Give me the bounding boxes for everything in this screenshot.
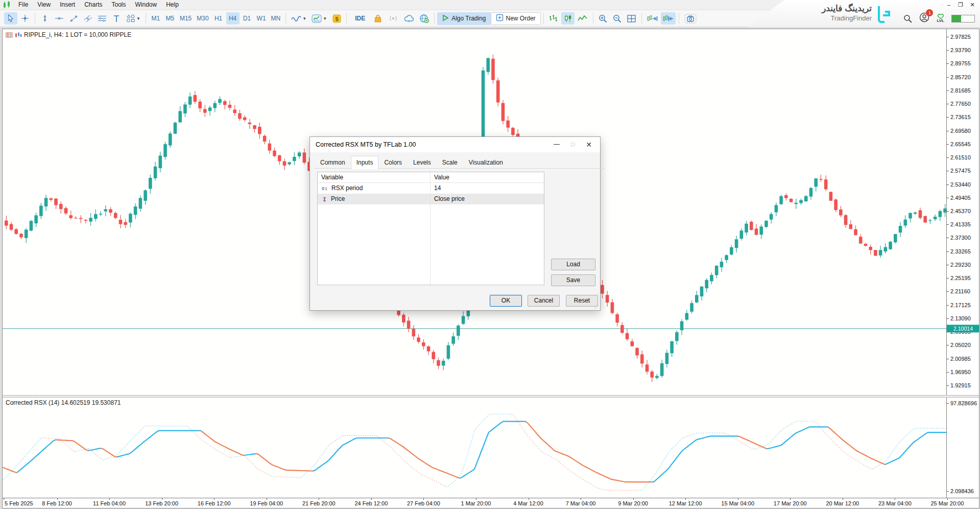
price-axis-label: 2.57475: [950, 168, 971, 174]
price-axis-label: 2.33265: [950, 248, 971, 254]
dropdown-arrow-icon[interactable]: ▼: [302, 16, 306, 21]
cloud-button[interactable]: [402, 12, 416, 25]
zoom-in-button[interactable]: [596, 12, 610, 25]
value-cell[interactable]: 14: [430, 183, 544, 194]
fibonacci-button[interactable]: [95, 12, 109, 25]
tab-visualization[interactable]: Visualization: [463, 156, 509, 169]
cursor-button[interactable]: [4, 12, 17, 25]
chart-shift-icon: [663, 15, 674, 22]
time-tick: [843, 498, 843, 500]
time-tick: [790, 498, 791, 500]
window-minimize-button[interactable]: –: [945, 2, 952, 8]
horizontal-line-button[interactable]: [53, 12, 66, 25]
time-axis[interactable]: 5 Feb 20258 Feb 12:0011 Feb 04:0013 Feb …: [3, 498, 979, 508]
value-cell[interactable]: Close price: [430, 194, 544, 204]
chart-object-button[interactable]: ▼: [309, 12, 329, 25]
zoom-out-button[interactable]: [611, 12, 624, 25]
dropdown-arrow-icon[interactable]: ▼: [323, 16, 327, 21]
tab-colors[interactable]: Colors: [378, 156, 408, 169]
load-button[interactable]: Load: [551, 259, 595, 270]
menu-help[interactable]: Help: [161, 0, 183, 10]
price-axis-label: 2.41335: [950, 221, 971, 227]
new-order-button[interactable]: New Order: [491, 12, 541, 25]
price-axis[interactable]: 2.978252.937902.897552.857202.816852.776…: [946, 29, 979, 395]
indicator-pane[interactable]: Corrected RSX (14) 14.602519 19.530871: [3, 398, 946, 498]
dropdown-arrow-icon[interactable]: ▼: [136, 16, 140, 21]
rsx-indicator-chart[interactable]: [3, 398, 946, 498]
price-tick: [947, 63, 949, 64]
timeframe-m30[interactable]: M30: [195, 12, 210, 25]
signals-button[interactable]: [386, 12, 401, 25]
market-button[interactable]: [371, 12, 385, 25]
screenshot-button[interactable]: [682, 12, 699, 25]
profile-button[interactable]: 1: [919, 12, 929, 25]
mt5-logo-icon: [3, 1, 12, 9]
menu-file[interactable]: File: [14, 0, 33, 10]
time-axis-label: 27 Feb 04:00: [407, 500, 440, 506]
shift-end-button[interactable]: [645, 12, 660, 25]
timeframe-d1[interactable]: D1: [241, 12, 254, 25]
window-restore-button[interactable]: ❐: [957, 2, 964, 8]
save-button[interactable]: Save: [551, 274, 595, 286]
line-chart-button[interactable]: [576, 12, 590, 25]
indicator-list-button[interactable]: ▼: [289, 12, 308, 25]
currency-button[interactable]: $: [330, 12, 343, 25]
price-tick: [947, 144, 949, 145]
dialog-resize-grip[interactable]: ⋰: [594, 304, 599, 309]
timeframe-m5[interactable]: M5: [163, 12, 177, 25]
dialog-close-button[interactable]: ✕: [586, 141, 592, 149]
menu-charts[interactable]: Charts: [80, 0, 107, 10]
trendline-button[interactable]: [67, 12, 80, 25]
timeframe-m15[interactable]: M15: [178, 12, 194, 25]
column-divider: [430, 172, 431, 285]
table-row[interactable]: PriceClose price: [318, 194, 544, 204]
candles-chart-button[interactable]: [561, 12, 575, 25]
currency-icon: $: [332, 14, 341, 23]
tile-windows-button[interactable]: [625, 12, 638, 25]
table-row[interactable]: 01RSX period14: [318, 183, 544, 194]
window-close-button[interactable]: ✕: [969, 2, 976, 8]
tab-levels[interactable]: Levels: [408, 156, 437, 169]
channel-button[interactable]: [81, 12, 94, 25]
price-tick: [947, 77, 949, 78]
timeframe-h1[interactable]: H1: [212, 12, 225, 25]
menu-window[interactable]: Window: [131, 0, 162, 10]
crosshair-button[interactable]: [18, 12, 32, 25]
community-button[interactable]: [417, 12, 431, 25]
price-axis-label: 2.73615: [950, 114, 971, 120]
menu-insert[interactable]: Insert: [55, 0, 80, 10]
menu-tools[interactable]: Tools: [107, 0, 131, 10]
reset-button[interactable]: Reset: [566, 295, 598, 307]
timeframe-h4[interactable]: H4: [226, 12, 240, 25]
timeframe-mn[interactable]: MN: [269, 12, 283, 25]
time-tick: [109, 498, 110, 500]
zoom-out-icon: [613, 14, 622, 23]
ok-button[interactable]: OK: [490, 295, 522, 307]
dialog-minimize-button[interactable]: —: [554, 141, 560, 149]
bars-chart-button[interactable]: [547, 12, 560, 25]
tab-inputs[interactable]: Inputs: [351, 156, 379, 169]
chart-shift-button[interactable]: [661, 12, 676, 25]
shapes-icon: [126, 14, 135, 22]
time-axis-label: 25 Mar 20:00: [930, 500, 964, 506]
dialog-title-bar[interactable]: Corrected RSX MT5 by TFLab 1.00 — □ ✕: [310, 137, 600, 152]
search-icon[interactable]: [903, 14, 912, 23]
algo-trading-button[interactable]: Algo Trading: [437, 12, 490, 25]
new-order-label: New Order: [506, 15, 536, 22]
cancel-button[interactable]: Cancel: [528, 295, 560, 307]
text-button[interactable]: [110, 12, 123, 25]
vertical-line-button[interactable]: [38, 12, 52, 25]
price-axis-label: 2.13090: [950, 315, 971, 321]
tab-common[interactable]: Common: [315, 156, 351, 169]
ide-button[interactable]: IDE: [350, 12, 370, 25]
indicator-axis[interactable]: 97.8286962.098436: [946, 398, 979, 498]
zoom-in-icon: [599, 14, 607, 23]
tab-scale[interactable]: Scale: [437, 156, 463, 169]
level-indicator[interactable]: LVL: [937, 14, 944, 23]
shapes-button[interactable]: ▼: [124, 12, 142, 25]
timeframe-m1[interactable]: M1: [149, 12, 162, 25]
price-tick: [947, 211, 949, 212]
menu-view[interactable]: View: [33, 0, 55, 10]
timeframe-w1[interactable]: W1: [255, 12, 268, 25]
price-axis-label: 2.69580: [950, 128, 971, 134]
